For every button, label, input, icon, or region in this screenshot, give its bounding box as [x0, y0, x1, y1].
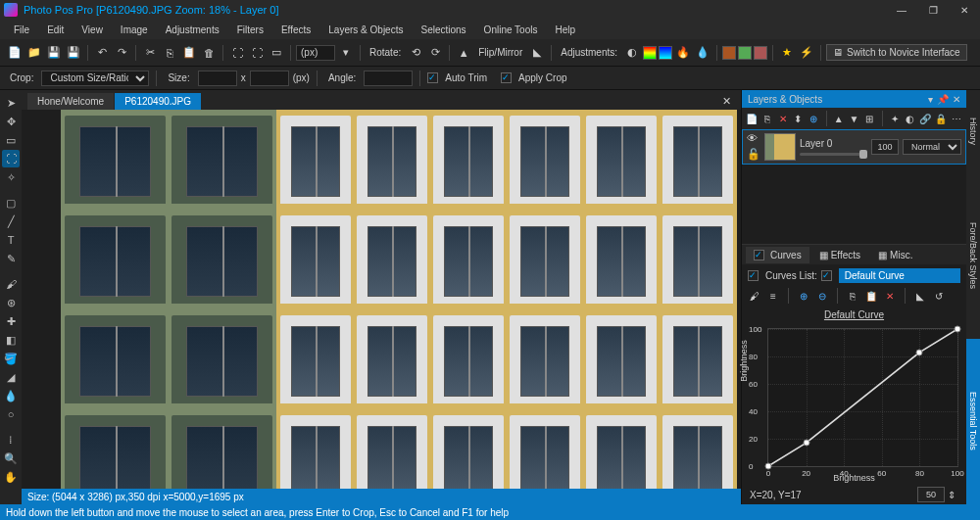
mask-icon[interactable]: ◐: [904, 112, 916, 125]
visibility-icon[interactable]: 👁: [747, 132, 760, 146]
menu-selections[interactable]: Selections: [413, 23, 473, 37]
tab-home[interactable]: Hone/Welcome: [27, 93, 114, 110]
delete-layer-icon[interactable]: ✕: [776, 112, 789, 125]
move-tool[interactable]: ✥: [2, 113, 20, 130]
open-icon[interactable]: 📁: [25, 44, 43, 62]
cut-icon[interactable]: ✂: [141, 44, 159, 62]
auto-trim-checkbox[interactable]: [427, 72, 438, 83]
menu-file[interactable]: File: [6, 23, 37, 37]
close-tab-icon[interactable]: ✕: [717, 92, 735, 110]
star-icon[interactable]: ★: [778, 44, 796, 62]
curve-point[interactable]: [955, 326, 961, 333]
resize-icon[interactable]: ⛶: [248, 44, 266, 62]
curve-point[interactable]: [916, 349, 923, 355]
marquee-tool[interactable]: ▭: [2, 131, 20, 149]
text-tool[interactable]: T: [2, 231, 20, 249]
adj-hue-icon[interactable]: [659, 46, 672, 60]
new-layer-icon[interactable]: 📄: [746, 112, 759, 125]
layer-item[interactable]: 👁 🔓 Layer 0 100 Normal: [742, 129, 966, 165]
menu-help[interactable]: Help: [547, 23, 583, 37]
save-icon[interactable]: 💾: [45, 44, 63, 62]
move-down-icon[interactable]: ▼: [848, 112, 860, 125]
curve-list-item[interactable]: Default Curve: [839, 268, 960, 283]
swatch-3-icon[interactable]: [754, 46, 767, 60]
rotate-right-icon[interactable]: ⟳: [426, 44, 444, 62]
fx-icon[interactable]: ✦: [888, 112, 901, 125]
paste-icon[interactable]: 📋: [180, 44, 198, 62]
curve-delete-icon[interactable]: ✕: [883, 289, 897, 303]
panel-pin-icon[interactable]: 📌: [937, 94, 949, 105]
curve-point[interactable]: [765, 463, 772, 470]
pointer-tool[interactable]: ➤: [2, 94, 20, 112]
fill-tool[interactable]: 🪣: [2, 350, 20, 367]
swatch-1-icon[interactable]: [722, 46, 736, 60]
menu-online[interactable]: Online Tools: [476, 23, 546, 37]
opacity-value[interactable]: 100: [871, 139, 899, 155]
lock-icon[interactable]: 🔒: [935, 112, 948, 125]
unit-select[interactable]: [296, 45, 335, 61]
minimize-button[interactable]: —: [890, 2, 913, 18]
redo-icon[interactable]: ↷: [113, 44, 130, 62]
blend-mode-select[interactable]: Normal: [903, 139, 961, 155]
menu-edit[interactable]: Edit: [39, 23, 72, 37]
panel-menu-icon[interactable]: ▾: [928, 94, 933, 105]
apply-crop-checkbox[interactable]: [501, 72, 512, 83]
curve-copy-icon[interactable]: ⎘: [846, 289, 859, 303]
curve-stepper-icon[interactable]: ⇕: [945, 488, 958, 501]
chevron-down-icon[interactable]: ▾: [337, 44, 355, 62]
line-tool[interactable]: ╱: [2, 213, 20, 230]
brush-tool[interactable]: 🖌: [2, 275, 20, 293]
merge-icon[interactable]: ⬍: [792, 112, 805, 125]
curve-value-input[interactable]: 50: [917, 487, 945, 502]
swatch-2-icon[interactable]: [738, 46, 752, 60]
shape-tool[interactable]: ▢: [2, 194, 20, 212]
curve-graph[interactable]: 0 20 40 60 80 100 0 20 40 60 80 100: [767, 328, 958, 467]
canvas-icon[interactable]: ▭: [268, 44, 285, 62]
menu-effects[interactable]: Effects: [273, 23, 318, 37]
link-icon[interactable]: 🔗: [919, 112, 932, 125]
eraser-tool[interactable]: ◧: [2, 331, 20, 349]
layer-props-icon[interactable]: ⊕: [808, 112, 820, 125]
adj-auto-icon[interactable]: ◐: [623, 44, 641, 62]
heal-tool[interactable]: ✚: [2, 312, 20, 330]
curve-lines-icon[interactable]: ≡: [766, 289, 780, 303]
lock-layer-icon[interactable]: 🔓: [747, 148, 760, 162]
path-tool[interactable]: ✎: [2, 250, 20, 267]
new-icon[interactable]: 📄: [6, 44, 24, 62]
close-button[interactable]: ✕: [953, 2, 976, 18]
crop-mode-select[interactable]: Custom Size/Ratio: [41, 71, 149, 86]
zoom-tool[interactable]: 🔍: [2, 449, 20, 467]
crop-tool[interactable]: ⛶: [2, 150, 20, 167]
menu-image[interactable]: Image: [113, 23, 156, 37]
crop-icon[interactable]: ⛶: [228, 44, 246, 62]
copy-icon[interactable]: ⎘: [161, 44, 178, 62]
tab-misc[interactable]: ▦Misc.: [870, 247, 920, 263]
menu-layers[interactable]: Layers & Objects: [320, 23, 411, 37]
curve-point[interactable]: [803, 440, 809, 447]
curve-flip-icon[interactable]: ◣: [913, 289, 927, 303]
duplicate-layer-icon[interactable]: ⎘: [761, 112, 774, 125]
adj-gradient-icon[interactable]: [643, 46, 657, 60]
curve-reset-icon[interactable]: ↺: [932, 289, 946, 303]
gradient-tool[interactable]: ◢: [2, 368, 20, 386]
tab-effects[interactable]: ▦Effects: [811, 247, 868, 263]
curve-brush-icon[interactable]: 🖌: [748, 289, 761, 303]
width-input[interactable]: [198, 71, 237, 86]
sidetab-styles[interactable]: Fore/Back Styles: [966, 173, 980, 339]
wand-tool[interactable]: ✧: [2, 168, 20, 186]
adj-temp-icon[interactable]: 🔥: [674, 44, 692, 62]
flip-v-icon[interactable]: ◣: [528, 44, 546, 62]
panel-close-icon[interactable]: ✕: [953, 94, 960, 105]
tab-curves[interactable]: Curves: [746, 247, 809, 263]
hand-tool[interactable]: ✋: [2, 468, 20, 486]
curve-paste-icon[interactable]: 📋: [864, 289, 878, 303]
tab-file[interactable]: P6120490.JPG: [115, 93, 201, 110]
menu-adjustments[interactable]: Adjustments: [158, 23, 227, 37]
menu-filters[interactable]: Filters: [229, 23, 271, 37]
novice-button[interactable]: 🖥 Switch to Novice Interface: [826, 44, 967, 61]
maximize-button[interactable]: ❐: [921, 2, 945, 18]
eyedropper-tool[interactable]: ⁞: [2, 431, 20, 449]
canvas[interactable]: [22, 110, 741, 489]
save-as-icon[interactable]: 💾: [65, 44, 82, 62]
flip-h-icon[interactable]: ▲: [455, 44, 472, 62]
